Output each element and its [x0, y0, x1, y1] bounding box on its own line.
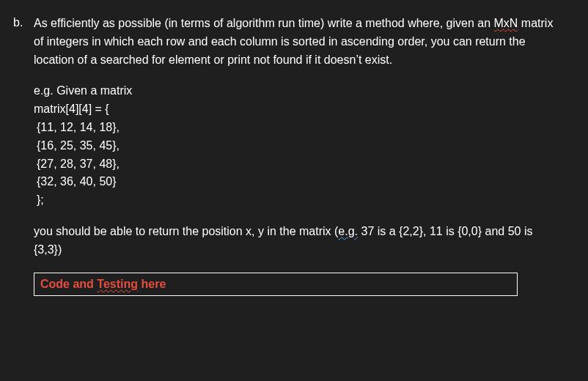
code-and-testing-box[interactable]: Code and Testing here [34, 273, 518, 297]
matrix-row-0: {11, 12, 14, 18}, [34, 119, 559, 137]
codebox-post: here [138, 278, 166, 290]
codebox-pre: Code and [40, 278, 97, 290]
explanation-paragraph: you should be able to return the positio… [34, 223, 559, 259]
explain-pre: you should be able to return the positio… [34, 225, 338, 237]
doesnt-word: doesn’t [324, 53, 362, 66]
codebox-testing: Testing [97, 278, 138, 290]
list-item-marker: b. [13, 16, 23, 29]
mxn-term: MxN [494, 17, 518, 29]
matrix-declaration: matrix[4][4] = { [34, 100, 559, 119]
matrix-row-3: {32, 36, 40, 50} [34, 173, 559, 191]
matrix-close: }; [34, 191, 559, 210]
prompt-text-1: As efficiently as possible (in terms of … [34, 17, 494, 29]
question-prompt: As efficiently as possible (in terms of … [34, 15, 559, 69]
document-page: b. As efficiently as possible (in terms … [0, 0, 588, 381]
prompt-text-3: exist. [361, 53, 392, 66]
matrix-row-1: {16, 25, 35, 45}, [34, 137, 559, 155]
matrix-row-2: {27, 28, 37, 48}, [34, 155, 559, 174]
example-intro: e.g. Given a matrix [34, 82, 559, 100]
example-block: e.g. Given a matrix matrix[4][4] = { {11… [34, 82, 559, 210]
eg-abbrev: e.g. [338, 225, 358, 237]
question-content: As efficiently as possible (in terms of … [34, 15, 559, 296]
